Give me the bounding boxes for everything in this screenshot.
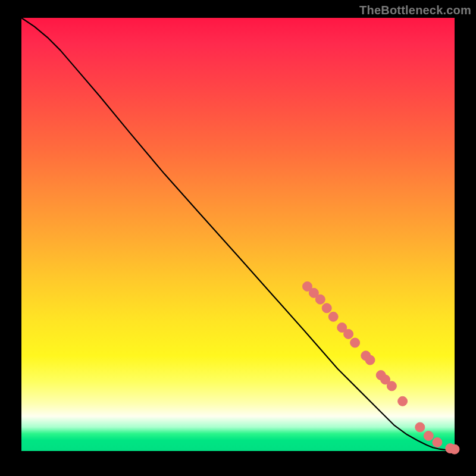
marker-dot <box>344 329 353 339</box>
marker-dot <box>424 431 433 441</box>
marker-dot <box>450 444 459 454</box>
chart-overlay <box>21 18 455 451</box>
marker-group <box>303 281 460 454</box>
marker-dot <box>315 295 325 304</box>
watermark-text: TheBottleneck.com <box>359 4 471 17</box>
marker-dot <box>433 437 442 447</box>
marker-dot <box>415 422 425 432</box>
marker-dot <box>350 338 360 347</box>
marker-dot <box>328 312 338 321</box>
chart-frame: TheBottleneck.com <box>0 0 476 476</box>
plot-area <box>21 18 455 451</box>
marker-dot <box>365 355 375 365</box>
marker-dot <box>322 303 331 313</box>
marker-dot <box>387 381 396 391</box>
marker-dot <box>398 396 408 406</box>
